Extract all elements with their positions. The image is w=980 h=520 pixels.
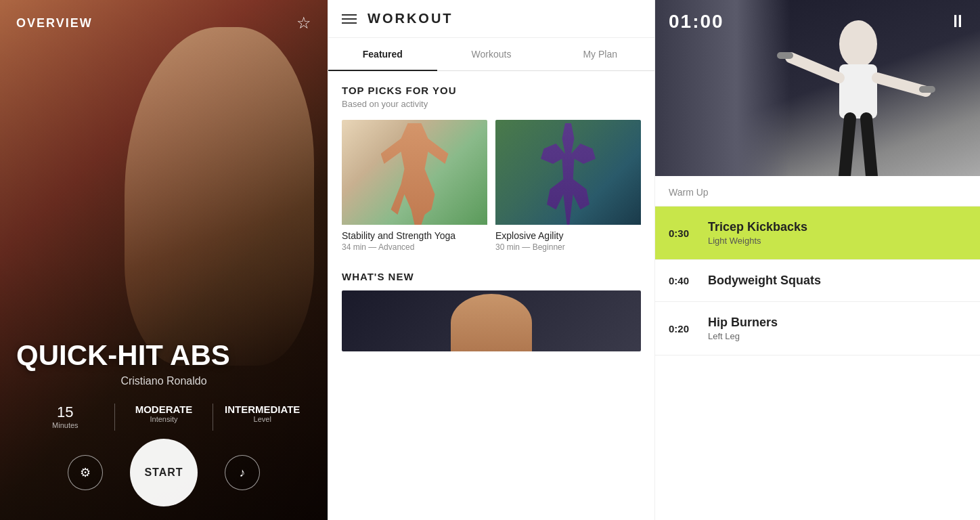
overview-panel: OVERVIEW ☆ QUICK-HIT ABS Cristiano Ronal… <box>0 0 328 520</box>
exercise-detail-tricep: Light Weights <box>708 236 966 246</box>
svg-line-5 <box>866 118 872 176</box>
stat-level-label: Level <box>213 415 311 423</box>
exercise-item-hip[interactable]: 0:20 Hip Burners Left Leg <box>655 302 980 355</box>
yoga-card-image <box>342 120 487 225</box>
menu-button[interactable] <box>342 14 357 24</box>
stat-minutes: 15 Minutes <box>16 404 114 429</box>
exercise-info-squats: Bodyweight Squats <box>703 274 966 288</box>
agility-card-name: Explosive Agility <box>495 230 641 241</box>
workout-cards: Stability and Strength Yoga 34 min — Adv… <box>342 120 641 257</box>
what-new-title: WHAT'S NEW <box>342 271 641 282</box>
workout-tabs: Featured Workouts My Plan <box>328 38 654 71</box>
exercise-time-tricep: 0:30 <box>669 228 703 239</box>
agility-figure <box>538 123 599 225</box>
svg-rect-1 <box>839 64 877 118</box>
workout-name: QUICK-HIT ABS <box>16 341 311 370</box>
tab-featured[interactable]: Featured <box>328 38 437 70</box>
athlete-image <box>125 27 314 366</box>
overview-header: OVERVIEW ☆ <box>0 0 328 46</box>
what-new-face <box>451 294 532 351</box>
yoga-card-name: Stability and Strength Yoga <box>342 230 487 241</box>
svg-line-4 <box>845 118 850 176</box>
agility-card-image <box>495 120 641 225</box>
stat-level-value: INTERMEDIATE <box>213 404 311 415</box>
exercise-name-hip: Hip Burners <box>708 316 966 330</box>
trainer-name: Cristiano Ronaldo <box>16 375 311 387</box>
stat-level: INTERMEDIATE Level <box>213 404 311 423</box>
workout-stats: 15 Minutes MODERATE Intensity INTERMEDIA… <box>16 404 311 431</box>
menu-line-2 <box>342 18 357 20</box>
player-list: Warm Up 0:30 Tricep Kickbacks Light Weig… <box>655 176 980 520</box>
overview-title: OVERVIEW <box>16 16 93 30</box>
exercise-info-hip: Hip Burners Left Leg <box>703 316 966 341</box>
stat-intensity: MODERATE Intensity <box>115 404 213 423</box>
player-video: 01:00 ⏸ <box>655 0 980 176</box>
exercise-detail-hip: Left Leg <box>708 331 966 341</box>
svg-line-3 <box>877 78 926 91</box>
agility-card-info: Explosive Agility 30 min — Beginner <box>495 225 641 257</box>
yoga-card-info: Stability and Strength Yoga 34 min — Adv… <box>342 225 487 257</box>
start-button[interactable]: START <box>130 439 198 506</box>
stat-minutes-value: 15 <box>16 404 114 421</box>
player-panel: 01:00 ⏸ Warm Up 0:30 Tricep Kickbacks Li… <box>655 0 980 520</box>
favorite-icon[interactable]: ☆ <box>296 14 311 32</box>
timer-display: 01:00 <box>669 11 724 32</box>
yoga-card[interactable]: Stability and Strength Yoga 34 min — Adv… <box>342 120 487 257</box>
svg-line-2 <box>790 58 839 78</box>
yoga-card-meta: 34 min — Advanced <box>342 242 487 252</box>
pause-button[interactable]: ⏸ <box>949 11 966 32</box>
svg-point-0 <box>839 20 877 68</box>
yoga-figure <box>381 123 449 225</box>
tab-workouts[interactable]: Workouts <box>437 38 546 70</box>
svg-rect-6 <box>777 52 793 59</box>
tab-my-plan[interactable]: My Plan <box>545 38 654 70</box>
workout-panel: WORKOUT Featured Workouts My Plan TOP PI… <box>328 0 655 520</box>
stat-intensity-label: Intensity <box>115 415 213 423</box>
menu-line-1 <box>342 14 357 16</box>
exercise-time-squats: 0:40 <box>669 275 703 286</box>
exercise-info-tricep: Tricep Kickbacks Light Weights <box>703 220 966 246</box>
workout-body: TOP PICKS FOR YOU Based on your activity… <box>328 71 654 520</box>
exercise-item-tricep[interactable]: 0:30 Tricep Kickbacks Light Weights <box>655 207 980 260</box>
what-new-section: WHAT'S NEW <box>342 271 641 351</box>
exercise-name-tricep: Tricep Kickbacks <box>708 220 966 234</box>
workout-header: WORKOUT <box>328 0 654 38</box>
top-picks-title: TOP PICKS FOR YOU <box>342 85 641 96</box>
overview-actions: ⚙ START ♪ <box>0 439 328 506</box>
what-new-image[interactable] <box>342 290 641 351</box>
exercise-item-squats[interactable]: 0:40 Bodyweight Squats <box>655 260 980 302</box>
exercise-time-hip: 0:20 <box>669 323 703 334</box>
music-button[interactable]: ♪ <box>225 455 260 490</box>
agility-card-meta: 30 min — Beginner <box>495 242 641 252</box>
overview-content: QUICK-HIT ABS Cristiano Ronaldo 15 Minut… <box>0 341 328 452</box>
warm-up-label: Warm Up <box>655 176 980 207</box>
top-picks-subtitle: Based on your activity <box>342 99 641 109</box>
svg-rect-7 <box>919 86 935 93</box>
agility-card[interactable]: Explosive Agility 30 min — Beginner <box>495 120 641 257</box>
stat-intensity-value: MODERATE <box>115 404 213 415</box>
stat-minutes-label: Minutes <box>16 421 114 429</box>
athlete-silhouette <box>777 3 939 176</box>
workout-header-title: WORKOUT <box>368 11 453 26</box>
settings-button[interactable]: ⚙ <box>68 455 103 490</box>
menu-line-3 <box>342 22 357 24</box>
exercise-name-squats: Bodyweight Squats <box>708 274 966 288</box>
